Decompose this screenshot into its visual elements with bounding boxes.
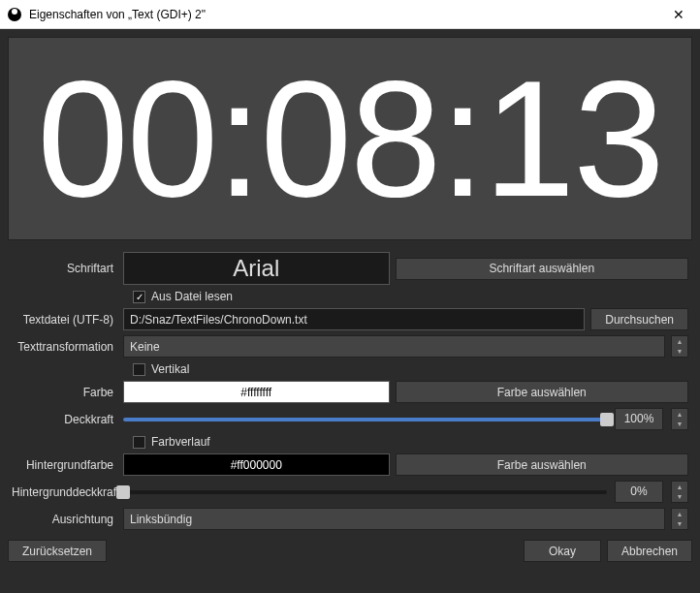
browse-button[interactable]: Durchsuchen	[590, 308, 688, 330]
transform-select[interactable]: Keine	[123, 335, 665, 358]
ok-button[interactable]: Okay	[524, 540, 601, 562]
select-color-button[interactable]: Farbe auswählen	[396, 381, 689, 403]
font-display: Arial	[123, 252, 390, 285]
color-label: Farbe	[12, 386, 123, 399]
close-icon[interactable]: ✕	[656, 0, 700, 29]
preview-text: 00:08:13	[37, 56, 663, 221]
font-label: Schriftart	[12, 262, 123, 275]
app-icon	[8, 8, 21, 21]
transform-spinner[interactable]: ▲▼	[671, 335, 688, 358]
read-from-file-label: Aus Datei lesen	[151, 290, 233, 303]
opacity-slider[interactable]	[123, 418, 607, 421]
bgopacity-spinner[interactable]: ▲▼	[671, 481, 688, 503]
select-bgcolor-button[interactable]: Farbe auswählen	[396, 453, 689, 476]
gradient-label: Farbverlauf	[151, 435, 210, 449]
bgopacity-slider[interactable]	[123, 490, 607, 494]
color-display: #ffffffff	[123, 381, 390, 403]
bgopacity-label: Hintergrunddeckkraft	[12, 485, 123, 499]
bgopacity-value: 0%	[615, 481, 663, 503]
opacity-spinner[interactable]: ▲▼	[671, 408, 688, 430]
textfile-input[interactable]	[123, 308, 585, 330]
gradient-checkbox[interactable]	[133, 436, 145, 449]
align-label: Ausrichtung	[12, 513, 123, 526]
content: 00:08:13 Schriftart Arial Schriftart aus…	[0, 29, 700, 593]
bgcolor-label: Hintergrundfarbe	[12, 458, 123, 472]
preview-area: 00:08:13	[8, 37, 692, 240]
window-title: Eigenschaften von „Text (GDI+) 2"	[29, 8, 656, 21]
titlebar: Eigenschaften von „Text (GDI+) 2" ✕	[0, 0, 700, 29]
opacity-value: 100%	[615, 408, 663, 430]
align-spinner[interactable]: ▲▼	[671, 508, 688, 530]
textfile-label: Textdatei (UTF-8)	[12, 313, 123, 327]
read-from-file-checkbox[interactable]	[133, 291, 145, 303]
vertical-checkbox[interactable]	[133, 363, 145, 376]
reset-button[interactable]: Zurücksetzen	[8, 540, 107, 562]
transform-label: Texttransformation	[12, 340, 123, 354]
align-select[interactable]: Linksbündig	[123, 508, 665, 530]
opacity-label: Deckkraft	[12, 413, 123, 426]
select-font-button[interactable]: Schriftart auswählen	[396, 258, 689, 280]
vertical-label: Vertikal	[151, 362, 189, 376]
bgcolor-display: #ff000000	[123, 453, 390, 476]
cancel-button[interactable]: Abbrechen	[607, 540, 692, 562]
